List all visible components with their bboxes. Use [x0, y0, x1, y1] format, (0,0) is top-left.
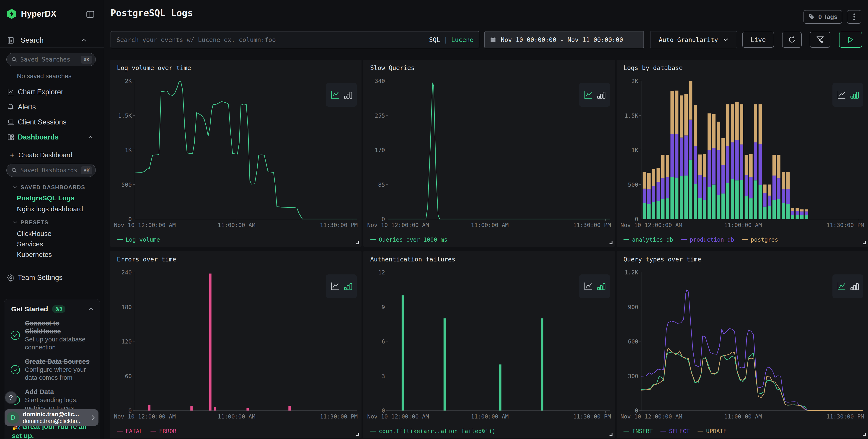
- date-range-picker[interactable]: Nov 10 00:00:00 - Nov 11 00:00:00: [485, 31, 644, 48]
- resize-handle[interactable]: [863, 433, 866, 436]
- sidebar-item-client-sessions[interactable]: Client Sessions: [0, 116, 104, 128]
- bar: [499, 365, 501, 410]
- y-axis-label: 340: [375, 78, 385, 84]
- y-axis-tick: [386, 81, 388, 81]
- bar-chart-icon[interactable]: [596, 281, 606, 291]
- saved-searches-input[interactable]: [20, 56, 81, 63]
- x-axis-label: 11:00:00 AM: [218, 413, 255, 420]
- live-button[interactable]: Live: [742, 32, 774, 48]
- x-axis-tick: [859, 410, 859, 413]
- sidebar-item-services[interactable]: Services: [17, 240, 43, 248]
- series-UPDATE: [642, 348, 863, 410]
- stacked-bar-chart: [642, 81, 863, 219]
- resize-handle[interactable]: [356, 241, 359, 244]
- legend-swatch: [370, 239, 376, 240]
- tags-button[interactable]: 0 Tags: [804, 10, 842, 24]
- lucene-mode-toggle[interactable]: Lucene: [451, 36, 473, 43]
- saved-dashboards-section[interactable]: SAVED DASHBOARDS: [13, 184, 85, 191]
- series-Queries over 1000 ms: [388, 83, 610, 219]
- saved-dashboards-input[interactable]: [20, 167, 81, 174]
- plot-area: 085170255340Nov 10 12:00:00 AM11:00:00 A…: [388, 81, 610, 219]
- legend-label: SELECT: [669, 428, 689, 434]
- sidebar-item-nginx-logs-dashboard[interactable]: Nginx logs dashboard: [17, 205, 83, 213]
- panel-title: Slow Queries: [370, 64, 414, 71]
- legend-item: Queries over 1000 ms: [370, 237, 447, 243]
- chevron-up-icon[interactable]: [88, 308, 94, 311]
- x-axis-label: 11:30:00 PM: [826, 222, 864, 228]
- legend-swatch: [623, 239, 629, 240]
- sidebar-item-chart-explorer[interactable]: Chart Explorer: [0, 86, 104, 98]
- bar-chart-icon[interactable]: [343, 281, 353, 291]
- bar-chart-icon[interactable]: [596, 90, 606, 100]
- x-axis-label: 11:30:00 PM: [320, 222, 358, 228]
- granularity-select[interactable]: Auto Granularity: [650, 31, 737, 48]
- saved-searches-search[interactable]: ⌘K: [6, 53, 96, 66]
- presets-section[interactable]: PRESETS: [13, 219, 49, 226]
- bar-segment-production_db: [777, 178, 780, 199]
- bar-segment-production_db: [647, 189, 651, 204]
- chevron-down-icon: [13, 186, 17, 189]
- sidebar-item-team-settings[interactable]: Team Settings: [0, 272, 104, 284]
- sidebar-item-kubernetes[interactable]: Kubernetes: [17, 251, 52, 258]
- bar-chart-icon[interactable]: [849, 281, 859, 291]
- sql-mode-toggle[interactable]: SQL: [429, 36, 440, 43]
- sidebar-item-search[interactable]: Search: [7, 36, 97, 44]
- chart-legend: Queries over 1000 ms: [370, 237, 447, 243]
- bar-segment-production_db: [731, 143, 734, 179]
- legend-label: Log volume: [126, 237, 160, 243]
- bar-segment-production_db: [782, 189, 785, 203]
- resize-handle[interactable]: [610, 241, 613, 244]
- line-chart-icon[interactable]: [837, 281, 846, 291]
- bar-segment-analytics_db: [698, 198, 702, 219]
- bar-segment-postgres: [680, 95, 683, 138]
- saved-dashboards-search[interactable]: ⌘K: [6, 164, 96, 177]
- chart-type-toggle: [326, 83, 357, 107]
- sidebar-item-postgresql-logs[interactable]: PostgreSQL Logs: [17, 194, 74, 202]
- chart-legend: countIf(like(arr..ation failed%')): [370, 428, 496, 434]
- user-menu[interactable]: D dominic.tran@clic... dominic.tran@clic…: [5, 409, 98, 426]
- panel-title: Errors over time: [117, 256, 176, 263]
- x-axis-label: Nov 10 12:00:00 AM: [620, 222, 682, 228]
- y-axis-label: 170: [375, 147, 385, 153]
- filter-button[interactable]: [810, 32, 830, 48]
- help-button[interactable]: ?: [5, 391, 17, 404]
- bar-segment-postgres: [773, 155, 776, 176]
- bar-segment-production_db: [745, 175, 748, 196]
- resize-handle[interactable]: [610, 433, 613, 436]
- get-started-item-add-data[interactable]: Add Data Start sending logs, metrics, or…: [4, 388, 100, 412]
- resize-handle[interactable]: [356, 433, 359, 436]
- line-chart-icon[interactable]: [330, 90, 340, 100]
- y-axis-label: 0: [381, 216, 385, 222]
- bell-icon: [7, 103, 14, 111]
- y-axis-label: 9: [381, 304, 385, 310]
- create-dashboard-button[interactable]: + Create Dashboard: [10, 151, 72, 159]
- bar-segment-analytics_db: [726, 183, 730, 219]
- bar-segment-production_db: [768, 195, 771, 206]
- bar-chart-icon[interactable]: [849, 90, 859, 100]
- refresh-button[interactable]: [782, 32, 802, 48]
- line-chart-icon[interactable]: [583, 90, 593, 100]
- y-axis-label: 2K: [125, 78, 132, 84]
- laptop-icon: [7, 118, 14, 126]
- chevron-up-icon[interactable]: [81, 39, 87, 42]
- run-query-button[interactable]: [839, 32, 862, 48]
- sidebar-item-alerts[interactable]: Alerts: [0, 101, 104, 113]
- chevron-up-icon[interactable]: [88, 136, 93, 139]
- collapse-sidebar-icon[interactable]: [86, 11, 94, 18]
- get-started-item-sources[interactable]: Create Data Sources Configure where your…: [4, 357, 100, 382]
- panel-title: Logs by database: [623, 64, 683, 71]
- bar-chart-icon[interactable]: [343, 90, 353, 100]
- sidebar-item-clickhouse[interactable]: ClickHouse: [17, 230, 52, 238]
- line-chart-icon[interactable]: [837, 90, 846, 100]
- line-chart-icon[interactable]: [583, 281, 593, 291]
- legend-swatch: [660, 431, 666, 432]
- event-search-input[interactable]: [117, 36, 429, 43]
- get-started-item-connect[interactable]: Connect to ClickHouse Set up your databa…: [4, 319, 100, 351]
- get-started-item-desc: Set up your database connection: [25, 335, 94, 351]
- sidebar-item-dashboards[interactable]: Dashboards: [0, 131, 104, 143]
- line-chart-icon[interactable]: [330, 281, 340, 291]
- more-menu-button[interactable]: [847, 10, 861, 24]
- event-search[interactable]: SQL | Lucene: [111, 31, 479, 48]
- brand[interactable]: HyperDX: [6, 9, 57, 19]
- resize-handle[interactable]: [863, 241, 866, 244]
